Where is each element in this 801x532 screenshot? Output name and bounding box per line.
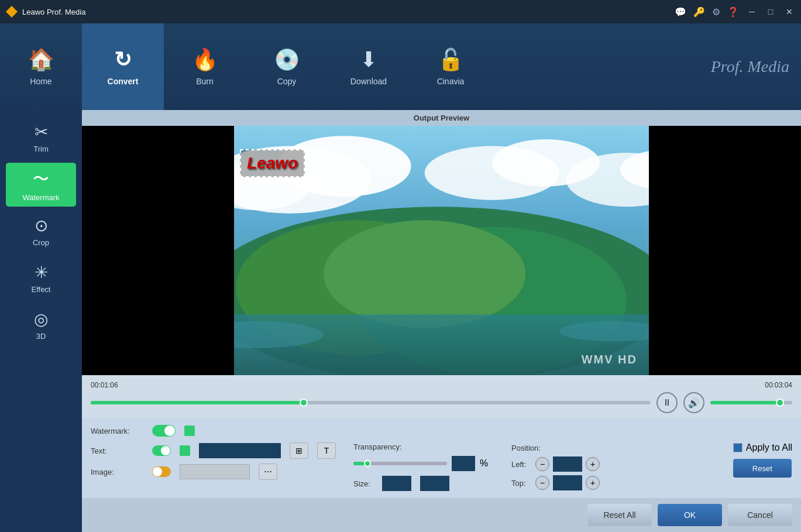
watermark-enabled-checkbox[interactable] [184, 425, 195, 436]
bottom-bar: Reset All OK Cancel [82, 498, 801, 532]
timeline-track [91, 401, 651, 404]
image-label: Image: [91, 468, 143, 476]
wmv-text: WMV HD [582, 353, 637, 366]
video-black-left [82, 126, 234, 375]
convert-icon: ↻ [114, 47, 132, 72]
transparency-track[interactable] [353, 462, 447, 465]
burn-icon: 🔥 [192, 47, 218, 72]
top-position-row: Top: − 0 + [511, 475, 600, 490]
key-icon[interactable]: 🔑 [693, 6, 705, 18]
sidebar-3d-label: 3D [36, 332, 46, 341]
sidebar-item-watermark[interactable]: 〜 Watermark [6, 163, 76, 207]
timeline-thumb[interactable] [300, 399, 308, 407]
nav-home[interactable]: 🏠 Home [0, 23, 82, 110]
watermark-toggle[interactable] [152, 425, 176, 437]
position-label: Position: [511, 444, 541, 452]
mid-controls: Transparency: 0 % Size: 207 [353, 442, 494, 491]
image-toggle-knob [153, 467, 162, 476]
transparency-thumb[interactable] [364, 460, 371, 467]
size-width-input[interactable]: 207 [382, 476, 411, 491]
minimize-button[interactable]: ─ [746, 7, 758, 16]
left-value-input[interactable]: 0 [553, 457, 582, 472]
volume-button[interactable]: 🔊 [683, 392, 704, 413]
nav-copy-label: Copy [277, 77, 297, 86]
volume-thumb[interactable] [776, 399, 784, 407]
nav-burn-label: Burn [196, 77, 214, 86]
text-label: Text: [91, 447, 143, 455]
nav-cinavia[interactable]: 🔓 Cinavia [410, 23, 491, 110]
app-title: Leawo Prof. Media [22, 8, 85, 16]
close-button[interactable]: ✕ [783, 7, 795, 16]
volume-slider[interactable] [710, 401, 792, 404]
watermark-toggle-knob [164, 425, 175, 436]
preview-label: Output Preview [82, 110, 801, 126]
sidebar-item-3d[interactable]: ◎ 3D [6, 303, 76, 347]
sidebar-item-trim[interactable]: ✂ Trim [6, 116, 76, 160]
text-format-button[interactable]: T [317, 442, 336, 459]
help-icon[interactable]: ❓ [727, 6, 739, 18]
ok-button[interactable]: OK [658, 504, 722, 526]
text-toggle-knob [161, 446, 170, 455]
chat-icon[interactable]: 💬 [675, 6, 686, 18]
sidebar-trim-label: Trim [33, 145, 49, 153]
top-value-input[interactable]: 0 [553, 475, 582, 490]
apply-to-all-checkbox[interactable] [733, 443, 742, 452]
total-time: 00:03:04 [765, 381, 792, 389]
top-nav: 🏠 Home ↻ Convert 🔥 Burn 💿 Copy ⬇ Downloa… [0, 23, 801, 110]
nav-home-label: Home [30, 77, 51, 86]
copy-icon: 💿 [274, 47, 300, 72]
timeline-slider[interactable] [91, 397, 651, 409]
text-table-button[interactable]: ⊞ [290, 442, 308, 459]
transparency-row: 0 % [353, 456, 494, 471]
wmv-badge: WMV HD [582, 353, 637, 366]
settings-icon[interactable]: ⚙ [712, 6, 720, 18]
reset-all-button[interactable]: Reset All [587, 504, 652, 526]
left-pos-label: Left: [511, 460, 532, 469]
nav-copy[interactable]: 💿 Copy [246, 23, 328, 110]
text-enabled-checkbox[interactable] [180, 445, 190, 456]
3d-icon: ◎ [34, 310, 48, 329]
transparency-label: Transparency: [353, 442, 494, 451]
size-label: Size: [353, 479, 370, 488]
trim-icon: ✂ [35, 122, 48, 142]
left-increase-button[interactable]: + [586, 457, 600, 471]
maximize-button[interactable]: □ [765, 7, 776, 16]
sidebar-crop-label: Crop [33, 238, 49, 247]
top-pos-label: Top: [511, 479, 532, 488]
apply-to-all-label: Apply to All [746, 442, 792, 453]
nav-burn[interactable]: 🔥 Burn [164, 23, 246, 110]
top-increase-button[interactable]: + [586, 476, 600, 490]
transparency-section: Transparency: 0 % Size: 207 [353, 442, 494, 491]
sidebar-item-crop[interactable]: ⊙ Crop [6, 210, 76, 253]
watermark-overlay[interactable]: Leawo [240, 149, 305, 177]
pause-button[interactable]: ⏸ [656, 392, 678, 413]
image-browse-button[interactable]: ⋯ [259, 464, 277, 480]
apply-to-all-row: Apply to All [733, 442, 792, 453]
nav-download-label: Download [350, 77, 387, 86]
watermark-controls: Watermark: Text: ⊞ [82, 418, 801, 498]
sidebar: ✂ Trim 〜 Watermark ⊙ Crop ✳ Effect ◎ 3D [0, 110, 82, 532]
transparency-value-input[interactable]: 0 [452, 456, 475, 471]
nav-convert[interactable]: ↻ Convert [82, 23, 164, 110]
reset-button[interactable]: Reset [733, 459, 792, 478]
text-toggle[interactable] [152, 445, 171, 456]
pct-label: % [480, 458, 488, 469]
size-height-input[interactable]: 145 [420, 476, 449, 491]
sidebar-item-effect[interactable]: ✳ Effect [6, 256, 76, 300]
timeline-area: 00:01:06 00:03:04 ⏸ 🔊 [82, 375, 801, 418]
watermark-icon: 〜 [33, 168, 49, 190]
title-bar: Leawo Prof. Media 💬 🔑 ⚙ ❓ ─ □ ✕ [0, 0, 801, 23]
brand-logo: Prof. Media [711, 57, 789, 76]
watermark-main-row: Watermark: [91, 425, 792, 437]
top-decrease-button[interactable]: − [535, 476, 549, 490]
cinavia-icon: 🔓 [438, 47, 464, 72]
timeline-times: 00:01:06 00:03:04 [91, 381, 792, 389]
text-input[interactable] [199, 443, 281, 458]
nav-download[interactable]: ⬇ Download [328, 23, 410, 110]
far-right-controls: Apply to All Reset [733, 442, 792, 491]
left-controls: Text: ⊞ T Image: [91, 442, 336, 491]
image-input[interactable] [180, 464, 250, 479]
cancel-button[interactable]: Cancel [728, 504, 792, 526]
left-decrease-button[interactable]: − [535, 457, 549, 471]
image-toggle[interactable] [152, 466, 171, 477]
